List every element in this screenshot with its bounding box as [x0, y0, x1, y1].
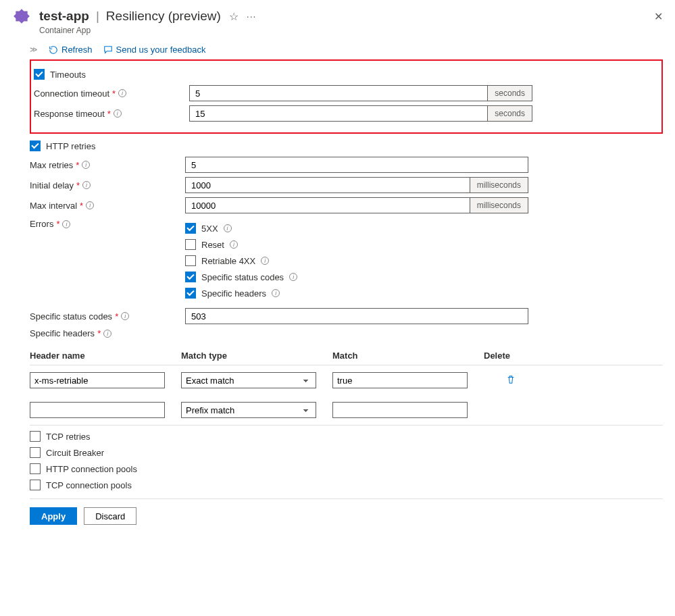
table-row: Prefix match: [30, 395, 663, 426]
specific-codes-label: Specific status codes*: [30, 311, 178, 322]
info-icon[interactable]: [82, 161, 90, 169]
col-match: Match: [332, 351, 468, 361]
header-name-input[interactable]: [30, 402, 165, 418]
feedback-button[interactable]: Send us your feedback: [103, 45, 206, 55]
info-icon[interactable]: [261, 257, 269, 265]
response-timeout-label: Response timeout*: [34, 109, 182, 119]
timeouts-label: Timeouts: [50, 70, 86, 80]
app-icon: [12, 7, 31, 26]
expand-sidebar-icon[interactable]: ≫: [30, 45, 38, 54]
max-interval-unit: milliseconds: [470, 197, 528, 213]
max-retries-input[interactable]: [185, 157, 528, 173]
http-pools-checkbox[interactable]: [30, 463, 41, 474]
feedback-icon: [103, 45, 113, 55]
col-header-name: Header name: [30, 351, 165, 361]
match-input[interactable]: [332, 372, 468, 388]
max-interval-input[interactable]: [185, 197, 470, 213]
info-icon[interactable]: [121, 312, 129, 320]
table-row: Exact match: [30, 365, 663, 395]
close-icon[interactable]: ✕: [654, 10, 663, 23]
favorite-star-icon[interactable]: ☆: [229, 10, 239, 23]
resource-type-label: Container App: [39, 26, 675, 41]
match-input[interactable]: [332, 402, 468, 418]
initial-delay-input[interactable]: [185, 177, 470, 193]
trash-icon: [506, 375, 516, 384]
specific-codes-input[interactable]: [185, 308, 528, 324]
info-icon[interactable]: [62, 220, 70, 228]
http-retries-checkbox[interactable]: [30, 140, 41, 151]
discard-button[interactable]: Discard: [84, 507, 136, 525]
header-name-input[interactable]: [30, 372, 165, 388]
info-icon[interactable]: [224, 224, 232, 232]
timeouts-checkbox[interactable]: [34, 69, 45, 80]
error-5xx-checkbox[interactable]: [185, 223, 196, 234]
more-menu-icon[interactable]: ···: [247, 11, 257, 22]
info-icon[interactable]: [86, 201, 94, 209]
error-specific-codes-checkbox[interactable]: [185, 272, 196, 282]
info-icon[interactable]: [118, 89, 126, 97]
initial-delay-unit: milliseconds: [470, 177, 528, 193]
initial-delay-label: Initial delay*: [30, 180, 178, 190]
match-type-select[interactable]: Exact match: [181, 372, 316, 388]
tcp-retries-checkbox[interactable]: [30, 431, 41, 442]
delete-row-button[interactable]: [484, 375, 538, 386]
connection-timeout-input[interactable]: [189, 85, 488, 101]
info-icon[interactable]: [103, 330, 111, 338]
info-icon[interactable]: [114, 109, 122, 118]
apply-button[interactable]: Apply: [30, 507, 77, 525]
connection-timeout-label: Connection timeout*: [34, 88, 182, 99]
info-icon[interactable]: [289, 273, 297, 281]
error-retriable4xx-checkbox[interactable]: [185, 255, 196, 266]
match-type-select[interactable]: Prefix match: [181, 402, 316, 418]
tcp-pools-checkbox[interactable]: [30, 480, 41, 490]
page-title: test-app | Resiliency (preview): [39, 9, 221, 24]
timeouts-highlight-box: Timeouts Connection timeout* seconds Res…: [30, 59, 663, 134]
specific-headers-table: Header name Match type Match Delete Exac…: [30, 346, 663, 426]
errors-label: Errors*: [30, 217, 178, 229]
col-delete: Delete: [484, 351, 538, 361]
col-match-type: Match type: [181, 351, 316, 361]
circuit-breaker-checkbox[interactable]: [30, 447, 41, 458]
response-timeout-unit: seconds: [488, 105, 532, 122]
max-retries-label: Max retries*: [30, 160, 178, 170]
error-specific-headers-checkbox[interactable]: [185, 288, 196, 299]
specific-headers-label: Specific headers*: [30, 328, 178, 338]
info-icon[interactable]: [230, 240, 238, 249]
error-reset-checkbox[interactable]: [185, 239, 196, 250]
info-icon[interactable]: [82, 181, 91, 189]
app-name: test-app: [39, 9, 89, 24]
info-icon[interactable]: [272, 289, 280, 297]
http-retries-label: HTTP retries: [46, 141, 95, 151]
page-section: Resiliency (preview): [106, 9, 221, 24]
response-timeout-input[interactable]: [189, 105, 488, 122]
max-interval-label: Max interval*: [30, 201, 178, 211]
refresh-button[interactable]: Refresh: [49, 45, 93, 55]
connection-timeout-unit: seconds: [488, 85, 532, 101]
refresh-icon: [49, 45, 58, 55]
